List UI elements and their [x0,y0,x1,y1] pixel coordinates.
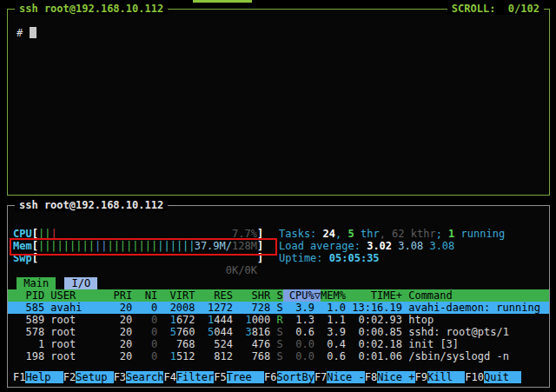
fkey-f5[interactable]: F5Tree [214,371,264,383]
fkey-f3[interactable]: F3Search [114,371,164,383]
terminal-cursor [30,27,36,38]
uptime: Uptime: 05:05:35 [279,252,380,264]
scroll-indicator: SCROLL: 0/102 [447,3,544,15]
tab-io[interactable]: I/O [64,277,97,289]
load-average: Load average: 3.02 3.08 3.08 [279,240,454,252]
fkey-f10[interactable]: F10Quit [465,371,521,383]
tasks-summary: Tasks: 24, 5 thr, 62 kthr; 1 running [279,228,505,240]
process-table: 585 avahi 20 0 2008 1272 728 S 3.9 1.0 1… [8,302,549,362]
bottom-terminal-pane[interactable]: ssh root@192.168.10.112 CPU[|||7.7%] Mem… [7,205,550,388]
screen-edge-artifact [193,0,252,3]
process-row[interactable]: 1 root 20 0 768 524 476 S 0.0 0.4 0:02.1… [8,338,549,350]
fkey-f8[interactable]: F8Nice + [365,371,415,383]
fkey-f4[interactable]: F4Filter [163,371,214,383]
fkey-f6[interactable]: F6SortBy [264,371,314,383]
htop-tab-bar: Main I/O [17,277,97,289]
top-pane-title: ssh root@192.168.10.112 [15,3,168,15]
table-header[interactable]: PID USER PRI NI VIRT RES SHR S CPU%▽MEM%… [8,289,549,302]
process-row[interactable]: 198 root 20 0 1512 812 768 S 0.0 0.6 0:0… [8,350,549,362]
fkey-f7[interactable]: F7Nice - [314,371,365,383]
fkey-f2[interactable]: F2Setup [63,371,114,383]
fkey-f9[interactable]: F9Kill [415,371,466,383]
mem-annotation-box [10,238,277,256]
fkey-bar: F1Help F2Setup F3SearchF4FilterF5Tree F6… [8,371,549,383]
top-terminal-pane[interactable]: ssh root@192.168.10.112 SCROLL: 0/102 # [7,9,550,196]
process-row[interactable]: 578 root 20 0 5760 5044 3816 S 0.6 3.9 0… [8,326,549,338]
sort-column-cpu[interactable]: CPU%▽ [283,289,321,302]
shell-prompt: # [17,27,23,39]
process-row[interactable]: 589 root 20 0 1672 1444 1000 R 1.3 1.1 0… [8,314,549,326]
bottom-pane-title: ssh root@192.168.10.112 [15,199,168,211]
process-row[interactable]: 585 avahi 20 0 2008 1272 728 S 3.9 1.0 1… [8,302,549,314]
tab-main[interactable]: Main [17,277,56,289]
fkey-f1[interactable]: F1Help [13,371,63,383]
